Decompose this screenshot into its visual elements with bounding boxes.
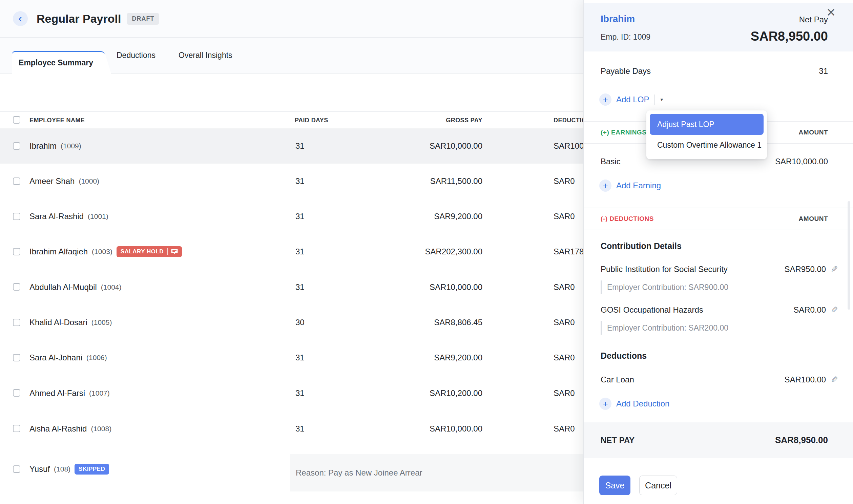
col-employee-name: EMPLOYEE NAME <box>30 112 85 129</box>
tab-overall-insights[interactable]: Overall Insights <box>179 51 232 60</box>
row-checkbox[interactable] <box>13 248 20 255</box>
skip-reason-text: Reason: Pay as New Joinee Arrear <box>296 468 422 478</box>
row-checkbox[interactable] <box>13 354 20 361</box>
gross-pay-cell: SAR9,200.00 <box>389 199 483 234</box>
paid-days-cell: 31 <box>295 375 305 411</box>
employee-name[interactable]: Ibrahim <box>30 141 57 151</box>
row-checkbox[interactable] <box>13 389 20 397</box>
earnings-header: (+) EARNINGS <box>601 129 646 136</box>
edit-icon[interactable]: ✎ <box>831 375 838 384</box>
menu-item-custom-overtime-allowance[interactable]: Custom Overtime Allowance 1 <box>646 135 767 155</box>
employee-id: (1009) <box>61 142 81 150</box>
row-checkbox[interactable] <box>13 213 20 220</box>
employee-detail-panel: × Ibrahim Net Pay Emp. ID: 1009 SAR8,950… <box>583 0 853 504</box>
divider <box>654 94 655 105</box>
employee-name[interactable]: Aisha Al-Rashid <box>30 424 87 434</box>
contribution-amount: SAR0.00 <box>793 305 826 315</box>
salary-hold-badge[interactable]: SALARY HOLD <box>116 246 182 257</box>
skipped-badge: SKIPPED <box>74 464 109 474</box>
deduction-amount-row: SAR100.00 ✎ <box>784 375 838 384</box>
employee-name[interactable]: Yusuf <box>30 464 50 474</box>
gross-pay-cell: SAR10,000.00 <box>389 411 483 446</box>
salary-hold-label: SALARY HOLD <box>121 248 164 255</box>
employee-name[interactable]: Sara Al-Johani <box>30 353 82 362</box>
employee-id: (1003) <box>92 248 112 256</box>
deduction-label: Car Loan <box>601 375 634 384</box>
edit-icon[interactable]: ✎ <box>831 265 838 274</box>
plus-icon: + <box>599 93 612 106</box>
paid-days-cell: 31 <box>295 234 305 269</box>
plus-icon: + <box>599 180 612 192</box>
add-deduction-control: + Add Deduction <box>599 398 669 410</box>
contribution-amount-row: SAR0.00 ✎ <box>793 305 838 315</box>
gross-pay-cell: SAR9,200.00 <box>389 340 483 375</box>
row-checkbox[interactable] <box>13 319 20 326</box>
add-lop-dropdown-menu: Adjust Past LOP Custom Overtime Allowanc… <box>646 110 767 159</box>
filter-row: All Employees ▾ <box>0 73 583 111</box>
row-checkbox[interactable] <box>13 178 20 185</box>
employee-id: (1007) <box>89 389 110 397</box>
paid-days-cell: 31 <box>295 411 305 446</box>
net-pay-summary-band: NET PAY SAR8,950.00 <box>584 422 853 458</box>
employee-name[interactable]: Sara Al-Rashid <box>30 212 84 221</box>
gross-pay-cell: SAR202,300.00 <box>389 234 483 269</box>
employee-id: (1006) <box>86 354 107 362</box>
caret-down-icon[interactable]: ▾ <box>660 96 663 103</box>
inactive-tabs: Deductions Overall Insights <box>116 38 232 73</box>
add-deduction-button[interactable]: Add Deduction <box>616 399 669 409</box>
paid-days-cell: 31 <box>295 269 305 305</box>
row-checkbox[interactable] <box>13 425 20 432</box>
tab-employee-summary[interactable]: Employee Summary <box>12 51 99 73</box>
row-checkbox[interactable] <box>13 283 20 291</box>
contribution-amount-row: SAR950.00 ✎ <box>784 265 838 274</box>
contribution-details-title: Contribution Details <box>601 241 682 251</box>
net-pay-value: SAR8,950.00 <box>751 29 828 44</box>
contribution-label: GOSI Occupational Hazards <box>601 305 703 315</box>
tab-label: Employee Summary <box>19 58 93 67</box>
employee-name[interactable]: Ibrahim Alfaqieh <box>30 247 88 256</box>
contribution-label: Public Institution for Social Security <box>601 265 728 274</box>
employer-contribution-note: Employer Contribution: SAR900.00 <box>601 281 728 294</box>
employee-name[interactable]: Ameer Shah <box>30 177 74 186</box>
col-paid-days: PAID DAYS <box>295 112 328 129</box>
gross-pay-cell: SAR10,200.00 <box>389 375 483 411</box>
panel-employee-name[interactable]: Ibrahim <box>601 14 635 24</box>
deductions-header-band: (-) DEDUCTIONS AMOUNT <box>584 208 853 230</box>
employee-name[interactable]: Khalid Al-Dosari <box>30 318 87 327</box>
employee-id: (1004) <box>101 283 122 291</box>
footer-divider <box>584 467 853 467</box>
add-lop-button[interactable]: Add LOP <box>616 95 649 104</box>
row-checkbox[interactable] <box>13 142 20 150</box>
close-icon[interactable]: × <box>827 5 835 20</box>
page-title: Regular Payroll <box>37 12 121 25</box>
employee-name[interactable]: Abdullah Al-Muqbil <box>30 283 97 292</box>
gross-pay-cell: SAR10,000.00 <box>389 128 483 164</box>
paid-days-cell: 31 <box>295 128 305 164</box>
tab-deductions[interactable]: Deductions <box>116 51 156 60</box>
status-badge: DRAFT <box>127 13 159 25</box>
paid-days-cell: 31 <box>295 340 305 375</box>
menu-item-adjust-past-lop[interactable]: Adjust Past LOP <box>650 114 764 135</box>
add-earning-button[interactable]: Add Earning <box>616 181 661 190</box>
save-button[interactable]: Save <box>599 475 631 495</box>
back-button[interactable]: ‹ <box>13 11 28 26</box>
col-gross-pay: GROSS PAY <box>389 112 483 129</box>
payable-days-value: 31 <box>819 66 828 76</box>
employee-id: (1005) <box>91 318 112 326</box>
comment-icon <box>171 249 178 255</box>
employee-name[interactable]: Ahmed Al-Farsi <box>30 389 85 398</box>
select-all-checkbox[interactable] <box>13 116 20 124</box>
gross-pay-cell: SAR11,500.00 <box>389 164 483 199</box>
panel-scrollbar[interactable] <box>848 201 850 310</box>
earning-amount: SAR10,000.00 <box>775 157 828 166</box>
cancel-button[interactable]: Cancel <box>639 475 677 495</box>
badge-divider <box>167 248 168 255</box>
row-checkbox[interactable] <box>13 465 20 473</box>
app-root: ‹ Regular Payroll DRAFT Employee Summary… <box>0 0 853 504</box>
edit-icon[interactable]: ✎ <box>831 306 838 314</box>
plus-icon: + <box>599 398 612 410</box>
net-pay-row-label: NET PAY <box>601 436 635 445</box>
add-earning-control: + Add Earning <box>599 180 661 192</box>
deductions-header: (-) DEDUCTIONS <box>601 215 654 222</box>
chevron-left-icon: ‹ <box>18 12 22 24</box>
